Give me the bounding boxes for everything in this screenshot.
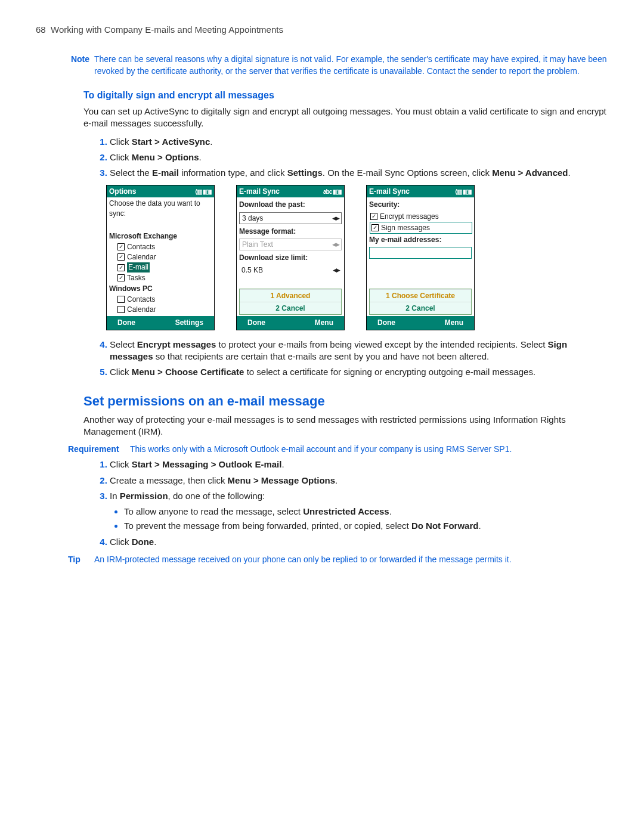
message-format-selector[interactable]: Plain Text◀ ▶ [239, 239, 342, 250]
checkbox-icon: ✓ [117, 243, 125, 250]
requirement-body: This works only with a Microsoft Outlook… [130, 444, 608, 455]
list-item[interactable]: ✓E-mail [117, 262, 212, 272]
menu-choose-certificate[interactable]: 1 Choose Certificate [370, 289, 471, 302]
addresses-label: My e-mail addresses: [369, 235, 472, 244]
softkey-menu[interactable]: Menu [445, 318, 463, 327]
checkbox-icon [117, 306, 125, 313]
popup-menu: 1 Advanced 2 Cancel [239, 289, 342, 315]
list-item[interactable]: ✓Calendar [117, 252, 212, 262]
checkbox-icon: ✓ [371, 224, 379, 231]
requirement-block: Requirement This works only with a Micro… [63, 444, 608, 455]
softkey-done[interactable]: Done [247, 318, 265, 327]
step-item: Click Menu > Choose Certificate to selec… [110, 366, 608, 378]
signal-icon: abc ▮▯▮ [323, 188, 342, 196]
addresses-list[interactable] [369, 247, 472, 259]
menu-cancel[interactable]: 2 Cancel [240, 302, 341, 314]
softkey-menu[interactable]: Menu [315, 318, 333, 327]
download-past-selector[interactable]: 3 days◀ ▶ [239, 212, 342, 224]
checkbox-icon: ✓ [117, 253, 125, 261]
chapter-title: Working with Company E-mails and Meeting… [51, 24, 283, 35]
page-header: 68 Working with Company E-mails and Meet… [36, 24, 608, 36]
ordered-steps-2: Click Start > Messaging > Outlook E-mail… [83, 459, 608, 548]
download-size-label: Download size limit: [239, 253, 342, 262]
step-item: Create a message, then click Menu > Mess… [110, 475, 608, 487]
list-item[interactable]: Calendar [117, 305, 212, 314]
phone-title: E-mail Sync [369, 187, 410, 196]
phone-softkeys: Done Settings [107, 316, 214, 329]
phone-body: Security: ✓Encrypt messages ✓Sign messag… [367, 197, 474, 316]
bullet-item: To allow anyone to read the message, sel… [124, 506, 608, 518]
phone-titlebar: E-mail Sync ⟨▥ ▮▯▮ [367, 185, 474, 197]
checkbox-icon: ✓ [117, 264, 125, 271]
page-number: 68 [36, 24, 46, 35]
phone-titlebar: E-mail Sync abc ▮▯▮ [237, 185, 344, 197]
phone-softkeys: Done Menu [367, 316, 474, 329]
windowspc-header: Windows PC [109, 284, 212, 293]
checkbox-icon: ✓ [117, 274, 125, 281]
bullet-item: To prevent the message from being forwar… [124, 520, 608, 532]
intro-paragraph: You can set up ActiveSync to digitally s… [83, 106, 608, 130]
step-item: Select Encrypt messages to protect your … [110, 339, 608, 363]
phone-softkeys: Done Menu [237, 316, 344, 329]
encrypt-checkbox[interactable]: ✓Encrypt messages [370, 212, 472, 221]
security-label: Security: [369, 200, 472, 209]
choose-label: Choose the data you want to sync: [109, 199, 212, 218]
step-item: Click Done. [110, 536, 608, 548]
softkey-done[interactable]: Done [117, 318, 135, 327]
step-item: Click Start > ActiveSync. [110, 136, 608, 148]
phone-body: Download the past: 3 days◀ ▶ Message for… [237, 197, 344, 316]
signal-icon: ⟨▥ ▮▯▮ [195, 188, 212, 196]
subsection-heading: To digitally sign and encrypt all messag… [83, 89, 608, 102]
exchange-header: Microsoft Exchange [109, 231, 212, 241]
phone-body: Choose the data you want to sync: Micros… [107, 197, 214, 316]
softkey-done[interactable]: Done [377, 318, 395, 327]
list-item[interactable]: Contacts [117, 295, 212, 304]
sub-bullets: To allow anyone to read the message, sel… [110, 506, 608, 532]
checkbox-icon: ✓ [370, 213, 377, 220]
intro-paragraph: Another way of protecting your e-mail me… [83, 414, 608, 438]
note-block: Note There can be several reasons why a … [63, 54, 608, 77]
tip-label: Tip [63, 554, 94, 565]
phone-title: Options [109, 187, 136, 196]
screenshots-row: Options ⟨▥ ▮▯▮ Choose the data you want … [106, 185, 608, 330]
ordered-steps-cont: Select Encrypt messages to protect your … [83, 339, 608, 379]
step-item: Select the E-mail information type, and … [110, 167, 608, 179]
step-item: In Permission, do one of the following: … [110, 490, 608, 532]
download-size-selector[interactable]: 0.5 KB◀ ▶ [239, 265, 342, 275]
menu-cancel[interactable]: 2 Cancel [370, 302, 471, 314]
arrows-icon: ◀ ▶ [332, 241, 339, 248]
phone-email-sync: E-mail Sync abc ▮▯▮ Download the past: 3… [236, 185, 345, 330]
phone-options: Options ⟨▥ ▮▯▮ Choose the data you want … [106, 185, 215, 330]
step-item: Click Menu > Options. [110, 151, 608, 163]
signal-icon: ⟨▥ ▮▯▮ [455, 188, 472, 196]
phone-title: E-mail Sync [239, 187, 280, 196]
section-heading: Set permissions on an e-mail message [83, 392, 608, 410]
sign-checkbox[interactable]: ✓Sign messages [370, 222, 472, 233]
checkbox-icon [117, 296, 125, 303]
arrows-icon: ◀ ▶ [333, 267, 339, 274]
arrows-icon: ◀ ▶ [332, 215, 339, 222]
list-item[interactable]: ✓Contacts [117, 242, 212, 252]
note-label: Note [63, 54, 94, 77]
message-format-label: Message format: [239, 227, 342, 236]
phone-titlebar: Options ⟨▥ ▮▯▮ [107, 185, 214, 197]
popup-menu: 1 Choose Certificate 2 Cancel [369, 289, 472, 315]
list-item[interactable]: ✓Tasks [117, 273, 212, 283]
download-past-label: Download the past: [239, 200, 342, 209]
phone-email-security: E-mail Sync ⟨▥ ▮▯▮ Security: ✓Encrypt me… [366, 185, 475, 330]
tip-block: Tip An IRM-protected message received on… [63, 554, 608, 565]
tip-body: An IRM-protected message received on you… [94, 554, 608, 565]
ordered-steps: Click Start > ActiveSync. Click Menu > O… [83, 136, 608, 179]
requirement-label: Requirement [63, 444, 130, 455]
menu-advanced[interactable]: 1 Advanced [240, 289, 341, 302]
note-body: There can be several reasons why a digit… [94, 54, 608, 77]
step-item: Click Start > Messaging > Outlook E-mail… [110, 459, 608, 470]
softkey-settings[interactable]: Settings [175, 318, 203, 327]
